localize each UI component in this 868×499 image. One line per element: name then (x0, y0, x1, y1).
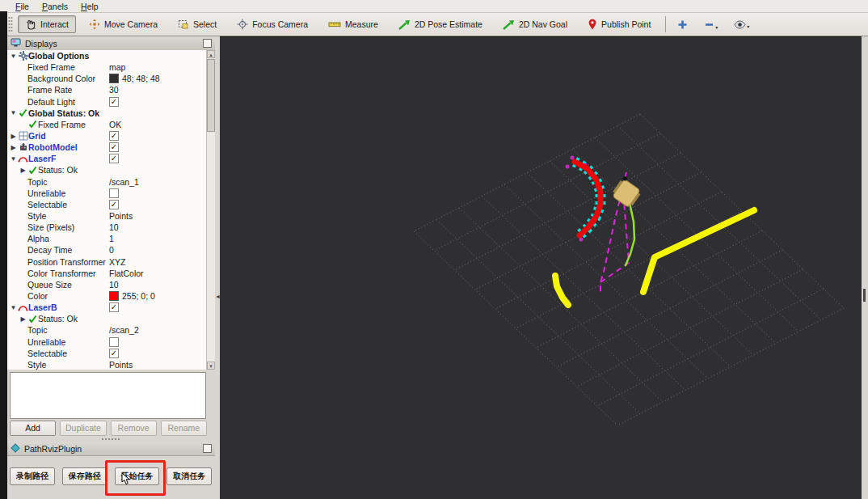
tree-row-topic[interactable]: Topic/scan_1 (7, 176, 207, 188)
property-value[interactable]: OK (109, 120, 121, 129)
property-value[interactable]: Points (109, 211, 133, 221)
task-button-4[interactable]: 取消任务 (166, 467, 212, 485)
vertical-splitter[interactable]: ◄ (215, 36, 220, 499)
task-button-2[interactable]: 保存路径 (62, 467, 107, 485)
property-label: Alpha (27, 234, 49, 243)
tree-row-background-color[interactable]: Background Color48; 48; 48 (7, 73, 207, 84)
tree-row-style[interactable]: StylePoints (7, 210, 207, 222)
tool-interact[interactable]: Interact (18, 15, 76, 33)
tool-publish-point[interactable]: Publish Point (580, 15, 658, 33)
tool-focus-camera[interactable]: Focus Camera (230, 15, 315, 33)
checkbox-checked[interactable]: ✓ (109, 97, 119, 107)
expander-down-icon[interactable]: ▼ (9, 53, 18, 60)
property-value[interactable]: 255; 0; 0 (122, 291, 155, 301)
menu-help[interactable]: Help (75, 1, 104, 12)
tree-row-alpha[interactable]: Alpha1 (7, 233, 207, 244)
right-panel-splitter[interactable] (862, 36, 868, 499)
tree-row-fixed-frame[interactable]: Fixed Framemap (7, 61, 207, 73)
splitter-grip[interactable] (101, 438, 120, 440)
3d-viewport[interactable] (220, 36, 862, 499)
checkbox-checked[interactable]: ✓ (109, 349, 119, 358)
tree-row-status-ok[interactable]: ▶Status: Ok (7, 313, 207, 324)
toolbar-grip-handle[interactable] (8, 16, 13, 32)
panel-float-button[interactable] (203, 444, 212, 453)
checkbox-checked[interactable]: ✓ (109, 131, 119, 141)
task-button-3[interactable]: 开始任务 (115, 467, 160, 485)
tool-2d-nav-goal[interactable]: 2D Nav Goal (495, 16, 575, 33)
property-value[interactable]: map (109, 62, 125, 72)
tree-row-selectable[interactable]: Selectable✓ (7, 199, 207, 210)
expander-down-icon[interactable]: ▼ (9, 109, 18, 116)
tree-row-laserf[interactable]: ▼LaserF✓ (7, 153, 207, 164)
menu-panels[interactable]: Panels (36, 1, 74, 12)
rename-button[interactable]: Rename (161, 421, 207, 436)
tree-row-global-status-ok[interactable]: ▼Global Status: Ok (7, 108, 207, 119)
property-value[interactable]: Points (109, 360, 133, 370)
panel-float-button[interactable] (203, 39, 212, 48)
tool-move-camera[interactable]: Move Camera (82, 15, 165, 33)
tool-button-eye[interactable]: ▾ (729, 18, 754, 32)
tree-row-size-pixels-[interactable]: Size (Pixels)10 (7, 222, 207, 233)
tree-row-global-options[interactable]: ▼Global Options (7, 50, 207, 61)
add-button[interactable]: Add (10, 421, 56, 436)
property-value[interactable]: 10 (109, 222, 119, 232)
collapse-left-icon[interactable]: ◄ (215, 294, 221, 300)
expander-down-icon[interactable]: ▼ (9, 155, 18, 163)
tree-row-topic[interactable]: Topic/scan_2 (7, 324, 207, 336)
tool-select[interactable]: Select (171, 15, 224, 33)
tool-2d-pose-estimate[interactable]: 2D Pose Estimate (391, 16, 490, 33)
tree-row-frame-rate[interactable]: Frame Rate30 (7, 84, 207, 95)
tool-measure[interactable]: Measure (321, 15, 386, 33)
tree-row-laserb[interactable]: ▼LaserB✓ (7, 302, 207, 313)
expander-down-icon[interactable]: ▼ (9, 304, 18, 311)
scroll-up-icon[interactable]: ▲ (207, 50, 215, 58)
tree-row-queue-size[interactable]: Queue Size10 (7, 279, 207, 290)
tool-button-minus[interactable]: ▾ (699, 17, 723, 32)
checkbox-unchecked[interactable] (109, 337, 119, 347)
tree-row-position-transformer[interactable]: Position TransformerXYZ (7, 256, 207, 268)
expander-right-icon[interactable]: ▶ (9, 144, 18, 151)
property-value[interactable]: 30 (109, 85, 119, 95)
task-button-1[interactable]: 录制路径 (10, 467, 55, 485)
tree-row-color[interactable]: Color255; 0; 0 (7, 290, 207, 302)
tree-scrollbar[interactable]: ▲ ▼ (206, 50, 215, 370)
tree-row-unreliable[interactable]: Unreliable (7, 188, 207, 199)
property-value[interactable]: /scan_1 (109, 177, 139, 187)
property-value[interactable]: 0 (109, 245, 114, 255)
expander-right-icon[interactable]: ▶ (9, 133, 18, 140)
expander-right-icon[interactable]: ▶ (19, 315, 27, 323)
checkbox-checked[interactable]: ✓ (109, 200, 119, 209)
splitter-handle[interactable] (863, 289, 866, 302)
property-value[interactable]: /scan_2 (109, 325, 139, 335)
tree-row-style[interactable]: StylePoints (7, 359, 207, 370)
duplicate-button[interactable]: Duplicate (60, 421, 106, 436)
property-label: Frame Rate (27, 85, 72, 95)
tree-row-selectable[interactable]: Selectable✓ (7, 348, 207, 359)
property-value[interactable]: 1 (109, 234, 114, 243)
checkbox-checked[interactable]: ✓ (109, 154, 119, 163)
scroll-down-icon[interactable]: ▼ (207, 362, 215, 370)
tree-row-fixed-frame[interactable]: Fixed FrameOK (7, 119, 207, 130)
color-swatch[interactable] (109, 74, 119, 83)
remove-button[interactable]: Remove (111, 421, 157, 436)
property-label: Grid (28, 131, 46, 141)
tree-row-grid[interactable]: ▶Grid✓ (7, 130, 207, 142)
tree-row-color-transformer[interactable]: Color TransformerFlatColor (7, 268, 207, 279)
checkbox-checked[interactable]: ✓ (109, 302, 119, 312)
property-value[interactable]: FlatColor (109, 269, 144, 278)
checkbox-unchecked[interactable] (109, 188, 119, 198)
property-value[interactable]: 10 (109, 280, 119, 290)
tree-row-default-light[interactable]: Default Light✓ (7, 96, 207, 108)
tree-row-unreliable[interactable]: Unreliable (7, 336, 207, 348)
tree-row-decay-time[interactable]: Decay Time0 (7, 244, 207, 256)
tree-row-status-ok[interactable]: ▶Status: Ok (7, 164, 207, 175)
scrollbar-thumb[interactable] (207, 59, 215, 132)
checkbox-checked[interactable]: ✓ (109, 142, 119, 152)
expander-right-icon[interactable]: ▶ (19, 167, 27, 174)
tree-row-robotmodel[interactable]: ▶RobotModel✓ (7, 142, 207, 153)
color-swatch[interactable] (109, 291, 119, 301)
property-value[interactable]: 48; 48; 48 (122, 74, 160, 83)
property-value[interactable]: XYZ (109, 257, 125, 267)
menu-file[interactable]: File (10, 1, 35, 12)
tool-button-plus[interactable] (672, 17, 693, 32)
